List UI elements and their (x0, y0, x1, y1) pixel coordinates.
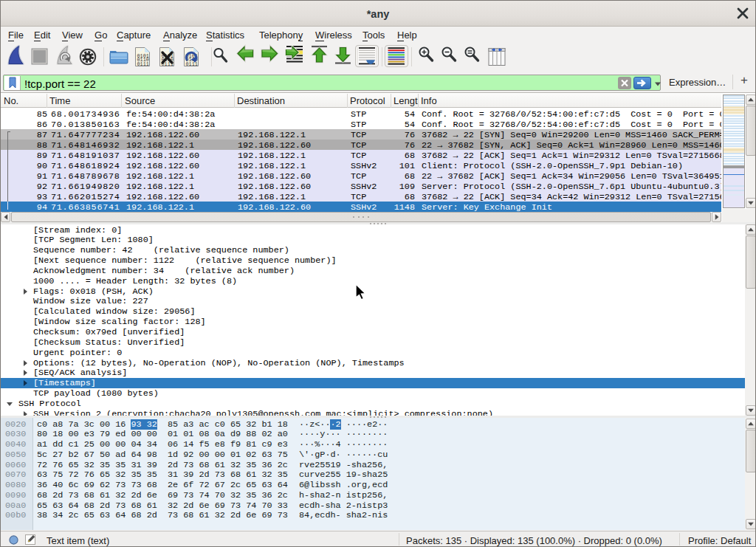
svg-text:0111: 0111 (186, 61, 198, 67)
svg-text:0111: 0111 (137, 61, 149, 67)
